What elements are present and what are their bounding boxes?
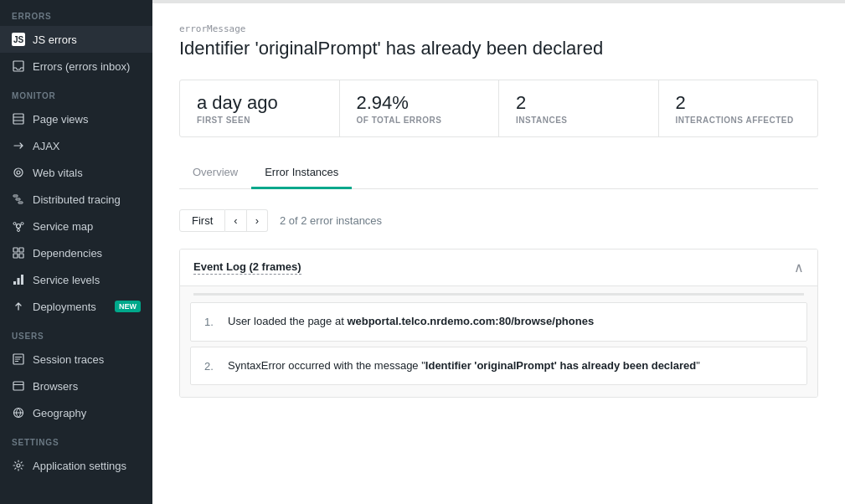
deps-icon — [12, 246, 25, 260]
stat-label-interactions: Interactions affected — [676, 116, 801, 125]
tracing-icon — [12, 193, 25, 206]
sidebar-item-label: Page views — [33, 113, 141, 126]
event-num-1: 1. — [204, 313, 218, 331]
svg-point-10 — [13, 223, 16, 225]
sidebar: Errors JS JS errors Errors (errors inbox… — [0, 0, 152, 504]
svg-rect-7 — [16, 198, 20, 200]
svg-rect-6 — [13, 195, 18, 197]
pageviews-icon — [12, 112, 25, 126]
event-num-2: 2. — [204, 357, 218, 375]
error-header: errorMessage Identifier 'originalPrompt'… — [179, 23, 818, 59]
event-text-2: SyntaxError occurred with the message "I… — [228, 357, 793, 374]
geo-icon — [12, 406, 25, 419]
sidebar-item-label: Service levels — [33, 274, 141, 286]
svg-rect-17 — [19, 248, 23, 252]
svg-rect-20 — [13, 281, 16, 285]
sidebar-item-label: Session traces — [33, 353, 141, 366]
event-row-1: 1. User loaded the page at webportal.tel… — [190, 302, 807, 342]
svg-point-5 — [17, 171, 20, 174]
stat-value-instances: 2 — [516, 92, 641, 114]
event-log-header: Event Log (2 frames) ∧ — [180, 249, 817, 286]
sidebar-section-monitor: Monitor Page views AJAX Web vitals Distr… — [0, 80, 152, 320]
settings-icon — [12, 459, 25, 472]
sidebar-item-label: Dependencies — [33, 247, 141, 260]
sidebar-item-distributed-tracing[interactable]: Distributed tracing — [0, 186, 152, 213]
stats-row: a day ago First seen 2.94% Of total erro… — [179, 80, 818, 137]
sidebar-section-errors: Errors JS JS errors Errors (errors inbox… — [0, 0, 152, 80]
sidebar-item-label: JS errors — [33, 33, 141, 46]
sidebar-item-label: Errors (errors inbox) — [33, 60, 141, 73]
error-message-label: errorMessage — [179, 23, 818, 34]
svg-rect-22 — [21, 275, 23, 285]
sidebar-item-deployments[interactable]: Deployments New — [0, 293, 152, 320]
chevron-left-icon: ‹ — [234, 214, 237, 227]
sidebar-section-users: Users Session traces Browsers Geography — [0, 320, 152, 426]
new-badge: New — [115, 301, 141, 312]
sidebar-item-label: Browsers — [33, 380, 141, 393]
svg-rect-16 — [13, 248, 18, 252]
sidebar-item-ajax[interactable]: AJAX — [0, 132, 152, 159]
main-content: errorMessage Identifier 'originalPrompt'… — [152, 0, 845, 504]
event-row-2: 2. SyntaxError occurred with the message… — [190, 347, 807, 386]
inbox-icon — [12, 59, 25, 73]
stat-label-instances: Instances — [516, 116, 641, 125]
sidebar-item-label: AJAX — [33, 140, 141, 152]
stat-value-total-errors: 2.94% — [357, 92, 482, 114]
collapse-icon[interactable]: ∧ — [794, 260, 804, 275]
sidebar-item-label: Deployments — [33, 301, 107, 313]
pagination-row: First ‹ › 2 of 2 error instances — [179, 209, 818, 232]
stat-label-first-seen: First seen — [197, 116, 322, 125]
sidebar-item-application-settings[interactable]: Application settings — [0, 452, 152, 479]
first-page-button[interactable]: First — [179, 209, 225, 232]
sidebar-item-service-map[interactable]: Service map — [0, 213, 152, 239]
tab-error-instances[interactable]: Error Instances — [251, 157, 352, 189]
svg-point-4 — [14, 168, 23, 177]
sidebar-item-label: Application settings — [33, 460, 141, 472]
event-text-1: User loaded the page at webportal.telco.… — [228, 313, 793, 330]
sidebar-item-geography[interactable]: Geography — [0, 399, 152, 426]
svg-point-9 — [17, 224, 21, 229]
svg-point-30 — [17, 464, 20, 467]
svg-rect-19 — [19, 254, 23, 258]
next-page-button[interactable]: › — [247, 209, 268, 232]
sidebar-item-errors-inbox[interactable]: Errors (errors inbox) — [0, 53, 152, 80]
sidebar-section-label-monitor: Monitor — [0, 80, 152, 105]
tabs: Overview Error Instances — [179, 157, 818, 189]
tab-overview[interactable]: Overview — [179, 157, 251, 189]
sidebar-item-label: Service map — [33, 220, 141, 233]
sidebar-item-dependencies[interactable]: Dependencies — [0, 239, 152, 266]
sidebar-item-label: Distributed tracing — [33, 193, 141, 206]
event-link-1[interactable]: webportal.telco.nrdemo.com:80/browse/pho… — [347, 315, 594, 327]
sidebar-section-label-errors: Errors — [0, 0, 152, 26]
sidebar-item-service-levels[interactable]: Service levels — [0, 266, 152, 293]
session-icon — [12, 352, 25, 366]
sidebar-section-label-users: Users — [0, 320, 152, 346]
error-title: Identifier 'originalPrompt' has already … — [179, 38, 818, 59]
prev-page-button[interactable]: ‹ — [225, 209, 246, 232]
deploy-icon — [12, 300, 25, 313]
sidebar-section-label-settings: Settings — [0, 426, 152, 452]
stat-value-first-seen: a day ago — [197, 92, 322, 114]
svg-rect-27 — [13, 382, 23, 390]
map-icon — [12, 219, 25, 233]
sidebar-item-label: Geography — [33, 407, 141, 419]
js-icon: JS — [12, 33, 25, 46]
stat-cell-interactions: 2 Interactions affected — [659, 80, 818, 136]
svg-point-11 — [21, 223, 23, 225]
sidebar-item-browsers[interactable]: Browsers — [0, 373, 152, 399]
sidebar-item-session-traces[interactable]: Session traces — [0, 346, 152, 373]
sidebar-item-web-vitals[interactable]: Web vitals — [0, 159, 152, 186]
stat-label-total-errors: Of total errors — [357, 116, 482, 125]
svg-rect-18 — [13, 254, 18, 258]
event-log-bar — [193, 293, 804, 296]
stat-value-interactions: 2 — [676, 92, 801, 114]
browser-icon — [12, 379, 25, 393]
stat-cell-instances: 2 Instances — [499, 80, 659, 136]
event-log-body: 1. User loaded the page at webportal.tel… — [180, 286, 817, 397]
svg-rect-21 — [18, 278, 20, 285]
sidebar-item-js-errors[interactable]: JS JS errors — [0, 26, 152, 53]
sidebar-section-settings: Settings Application settings — [0, 426, 152, 479]
svg-point-12 — [18, 229, 20, 232]
stat-cell-total-errors: 2.94% Of total errors — [340, 80, 500, 136]
sidebar-item-page-views[interactable]: Page views — [0, 105, 152, 132]
